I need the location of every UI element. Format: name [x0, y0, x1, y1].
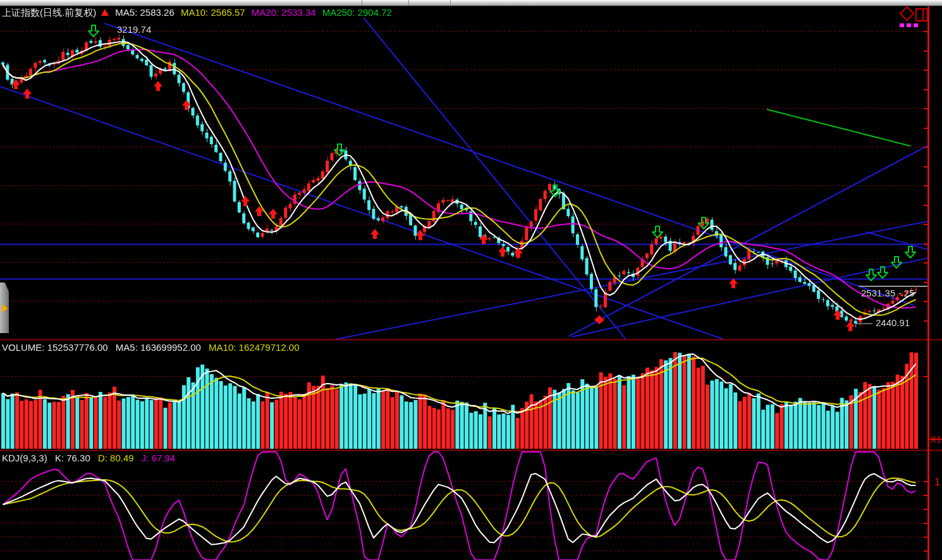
kdj-name: KDJ(9,3,3)	[2, 453, 47, 463]
ma20-value: MA20: 2533.34	[252, 7, 316, 18]
chart-canvas[interactable]	[0, 0, 942, 560]
topbar-divider	[408, 0, 409, 6]
expand-arrow-icon	[2, 304, 8, 313]
price-pane-header: 上证指数(日线.前复权) MA5: 2583.26 MA10: 2565.57 …	[2, 7, 396, 19]
kdj-scale-label: 1	[934, 476, 940, 489]
volume-ma5-value: MA5: 163699952.00	[116, 342, 201, 353]
up-arrow-icon	[101, 9, 109, 16]
low-price-label: 2440.91	[876, 317, 910, 328]
last-price-label: 2531.35 - 25	[861, 288, 914, 298]
ma250-value: MA250: 2904.72	[322, 7, 392, 18]
right-scale-label: X1	[931, 434, 941, 444]
kdj-pane-header: KDJ(9,3,3) K: 76.30 D: 80.49 J: 67.94	[2, 453, 180, 463]
trading-app-window: 上证指数(日线.前复权) MA5: 2583.26 MA10: 2565.57 …	[0, 0, 942, 560]
symbol-title[interactable]: 上证指数(日线.前复权)	[2, 7, 96, 18]
topbar-divider	[362, 0, 362, 6]
volume-value: VOLUME: 152537776.00	[2, 342, 108, 353]
ma5-value: MA5: 2583.26	[115, 7, 174, 18]
peak-price-label: 3219.74	[117, 24, 151, 35]
volume-pane-header: VOLUME: 152537776.00 MA5: 163699952.00 M…	[2, 342, 305, 353]
more-options-dots-icon[interactable]	[900, 23, 918, 27]
kdj-k-value: K: 76.30	[55, 453, 90, 463]
topbar-divider	[450, 0, 451, 6]
orderbook-window-icon[interactable]	[915, 8, 928, 21]
ma10-value: MA10: 2565.57	[181, 7, 245, 18]
kdj-j-value: J: 67.94	[142, 453, 175, 463]
kdj-d-value: D: 80.49	[98, 453, 134, 463]
volume-ma10-value: MA10: 162479712.00	[209, 342, 299, 353]
sidebar-expand-handle[interactable]	[0, 283, 9, 333]
window-top-bar	[0, 0, 942, 6]
